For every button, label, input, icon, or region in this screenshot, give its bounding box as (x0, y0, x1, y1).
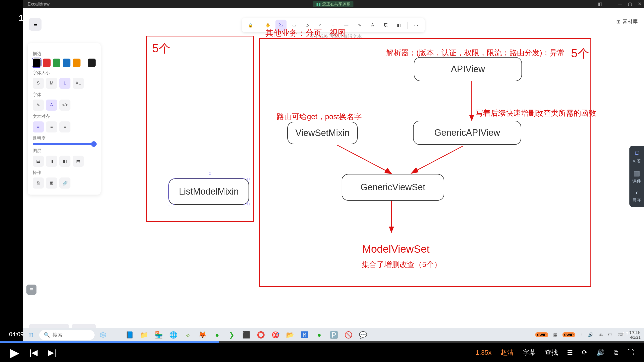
notes-toggle[interactable]: ☰ (26, 285, 36, 295)
quality-button[interactable]: 超清 (501, 348, 514, 357)
fontsize-m[interactable]: M (46, 78, 57, 89)
font-normal[interactable]: A (46, 100, 57, 111)
op-link[interactable]: 🔗 (59, 177, 70, 189)
task-firefox[interactable]: 🦊 (196, 329, 209, 340)
maximize-icon[interactable]: ▢ (628, 1, 632, 7)
color-green[interactable] (53, 59, 61, 67)
task-snow[interactable]: ❄️ (97, 329, 109, 340)
draw-tool[interactable]: ✎ (354, 20, 365, 31)
network-icon[interactable]: 🖧 (598, 332, 603, 337)
opacity-slider[interactable] (33, 143, 96, 145)
layer-front[interactable]: ⬒ (73, 156, 84, 167)
op-delete[interactable]: 🗑 (46, 177, 57, 189)
text-tool[interactable]: A (367, 20, 378, 31)
task-chrome[interactable]: 🎯 (269, 329, 282, 340)
align-center[interactable]: ≡ (46, 121, 57, 132)
task-obs[interactable]: ⭕ (255, 329, 267, 340)
layer-label: 图层 (33, 148, 96, 154)
eraser-tool[interactable]: ◧ (393, 20, 404, 31)
book-icon: ▥ (633, 169, 640, 177)
volume-tray-icon[interactable]: 🔊 (588, 332, 593, 338)
subtitle-button[interactable]: 字幕 (523, 348, 536, 357)
arrow-api-generic[interactable] (469, 81, 474, 121)
font-code[interactable]: </> (59, 100, 70, 111)
task-app4[interactable]: 🚫 (342, 329, 355, 340)
task-green1[interactable]: ● (211, 329, 223, 340)
fontsize-s[interactable]: S (33, 78, 44, 89)
screen-share-banner[interactable]: ▮▮ 您正在共享屏幕 (313, 1, 353, 7)
fontsize-l[interactable]: L (59, 78, 70, 89)
library-button[interactable]: ⊞ 素材库 (616, 18, 638, 25)
layer-backward[interactable]: ◨ (46, 156, 57, 167)
fullscreen-icon[interactable]: ⛶ (627, 349, 634, 356)
color-red[interactable] (43, 59, 51, 67)
task-store[interactable]: 🏪 (152, 329, 165, 340)
find-button[interactable]: 查找 (545, 348, 558, 357)
node-apiview[interactable]: APIView (414, 57, 522, 81)
task-app1[interactable]: 📘 (123, 329, 136, 340)
ops-label: 操作 (33, 170, 96, 175)
node-genericviewset[interactable]: GenericViewSet (342, 174, 444, 201)
lock-tool[interactable]: 🔒 (245, 20, 256, 31)
sidebar-expand[interactable]: ‹展开 (632, 189, 641, 203)
node-genericapiview[interactable]: GenericAPIView (413, 121, 521, 145)
task-app3[interactable]: 🅼 (298, 329, 311, 340)
op-duplicate[interactable]: ⎘ (33, 177, 44, 189)
minimize-icon[interactable]: — (618, 1, 622, 7)
playlist-icon[interactable]: ☰ (567, 349, 573, 356)
fontsize-label: 字体大小 (33, 70, 96, 76)
task-explorer[interactable]: 📁 (138, 329, 150, 340)
color-black[interactable] (33, 59, 41, 67)
hamburger-menu[interactable]: ☰ (29, 18, 42, 31)
next-button[interactable]: ▶| (48, 348, 56, 357)
menu-dots-icon[interactable]: ⋮ (608, 1, 612, 7)
start-button[interactable]: ⊞ (25, 329, 37, 340)
sidebar-ai[interactable]: ⌑AI看 (632, 149, 641, 164)
task-pycharm[interactable]: 🅿️ (328, 329, 340, 340)
swip-badge-1: SWIP (535, 332, 548, 337)
extension-icon[interactable]: ◧ (598, 1, 602, 7)
task-app2[interactable]: ⬛ (240, 329, 253, 340)
prev-button[interactable]: |◀ (29, 348, 38, 357)
play-button[interactable]: ▶ (10, 345, 19, 359)
pip-icon[interactable]: ⧉ (614, 349, 618, 356)
close-icon[interactable]: ✕ (638, 1, 641, 7)
color-orange[interactable] (73, 59, 80, 67)
image-tool[interactable]: 🖼 (380, 20, 391, 31)
arrow-vsm-gvs[interactable] (335, 144, 395, 176)
align-left[interactable]: ≡ (33, 121, 44, 132)
layer-back[interactable]: ⬓ (33, 156, 44, 167)
task-term[interactable]: ❯ (225, 329, 238, 340)
viewset-note: 路由可给get，post换名字 (277, 112, 362, 122)
browser-chrome: Excalidraw ▮▮ 您正在共享屏幕 ◧ ⋮ — ▢ ✕ (23, 0, 644, 8)
ime-indicator[interactable]: 中 (608, 332, 613, 338)
fontsize-xl[interactable]: XL (73, 78, 84, 89)
bluetooth-icon[interactable]: ᛒ (580, 332, 583, 337)
sidebar-courseware[interactable]: ▥课件 (632, 169, 641, 184)
tray-app-icon[interactable]: ▦ (553, 332, 557, 338)
task-folder2[interactable]: 📂 (284, 329, 296, 340)
task-wechat[interactable]: 💬 (357, 329, 369, 340)
excalidraw-canvas[interactable]: ☰ ⊞ 素材库 🔒 ✋ ▭↖ ▭ ◇ ○ → — ✎ A 🖼 ◧ ⋯ 描边 (23, 8, 644, 342)
loop-icon[interactable]: ⟳ (582, 349, 587, 356)
volume-icon[interactable]: 🔊 (596, 349, 605, 356)
speed-button[interactable]: 1.35x (475, 349, 492, 356)
color-blue[interactable] (63, 59, 70, 67)
layer-forward[interactable]: ◧ (59, 156, 70, 167)
task-edge[interactable]: 🌐 (167, 329, 180, 340)
arrow-gvs-mvs[interactable] (389, 201, 394, 233)
font-hand[interactable]: ✎ (33, 100, 44, 111)
bars-icon: ▮▮ (316, 2, 321, 7)
browser-right-icons: ◧ ⋮ — ▢ ✕ (598, 1, 641, 7)
more-tools[interactable]: ⋯ (411, 20, 422, 31)
color-current[interactable] (88, 59, 96, 67)
task-vscode[interactable]: ⟐ (182, 329, 194, 340)
left-count: 5个 (152, 41, 170, 56)
align-right[interactable]: ≡ (59, 121, 70, 132)
node-viewsetmixin[interactable]: ViewSetMixin (287, 122, 358, 144)
node-listmodelmixin[interactable]: ListModelMixin (169, 178, 249, 205)
task-green2[interactable]: ● (313, 329, 326, 340)
arrow-gav-gvs[interactable] (410, 145, 465, 176)
taskbar-search[interactable]: 🔍搜索 (39, 330, 95, 340)
apiview-note: 解析器；(版本，认证，权限，限流；路由分发)；异常 (386, 48, 565, 58)
